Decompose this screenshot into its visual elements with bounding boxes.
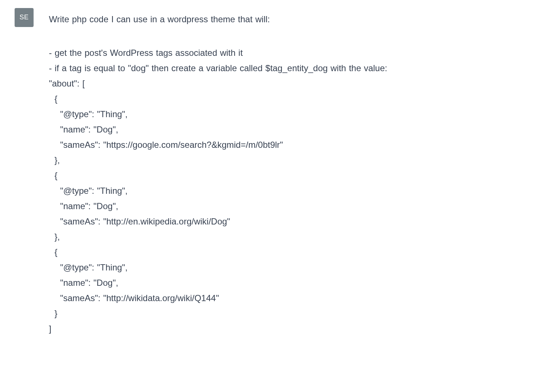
body-line: { xyxy=(49,245,523,260)
body-line: - get the post's WordPress tags associat… xyxy=(49,45,523,61)
intro-text: Write php code I can use in a wordpress … xyxy=(49,12,523,27)
body-line: ] xyxy=(49,321,523,337)
message-container: SE Write php code I can use in a wordpre… xyxy=(15,8,523,337)
body-line: "sameAs": "http://wikidata.org/wiki/Q144… xyxy=(49,291,523,306)
message-content: Write php code I can use in a wordpress … xyxy=(49,8,523,337)
body-line: }, xyxy=(49,153,523,168)
message-body: - get the post's WordPress tags associat… xyxy=(49,45,523,337)
body-line: "sameAs": "http://en.wikipedia.org/wiki/… xyxy=(49,214,523,229)
body-line: "@type": "Thing", xyxy=(49,183,523,199)
avatar-initials: SE xyxy=(19,12,28,23)
body-line: }, xyxy=(49,229,523,245)
body-line: { xyxy=(49,91,523,107)
user-avatar: SE xyxy=(15,8,34,27)
body-line: "name": "Dog", xyxy=(49,199,523,214)
body-line: "@type": "Thing", xyxy=(49,107,523,122)
body-line: "name": "Dog", xyxy=(49,275,523,291)
body-line: - if a tag is equal to "dog" then create… xyxy=(49,61,523,76)
body-line: "@type": "Thing", xyxy=(49,260,523,275)
body-line: "about": [ xyxy=(49,76,523,91)
body-line: { xyxy=(49,168,523,183)
body-line: "name": "Dog", xyxy=(49,122,523,137)
body-line: "sameAs": "https://google.com/search?&kg… xyxy=(49,137,523,153)
body-line: } xyxy=(49,306,523,321)
